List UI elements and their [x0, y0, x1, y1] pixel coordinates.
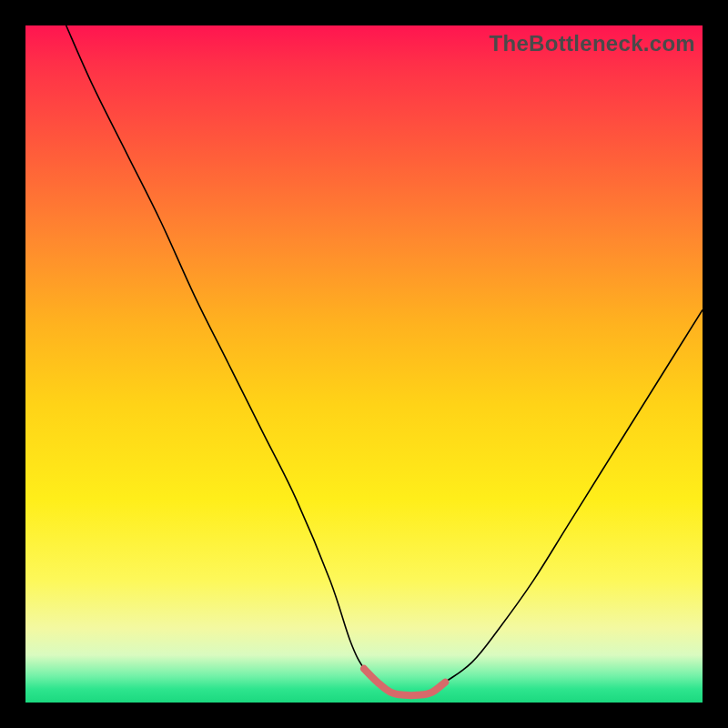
plot-area: TheBottleneck.com — [25, 25, 703, 703]
optimal-zone-highlight — [364, 669, 445, 695]
bottleneck-curve — [66, 25, 703, 695]
chart-frame: TheBottleneck.com — [0, 0, 728, 728]
chart-svg — [25, 25, 703, 703]
